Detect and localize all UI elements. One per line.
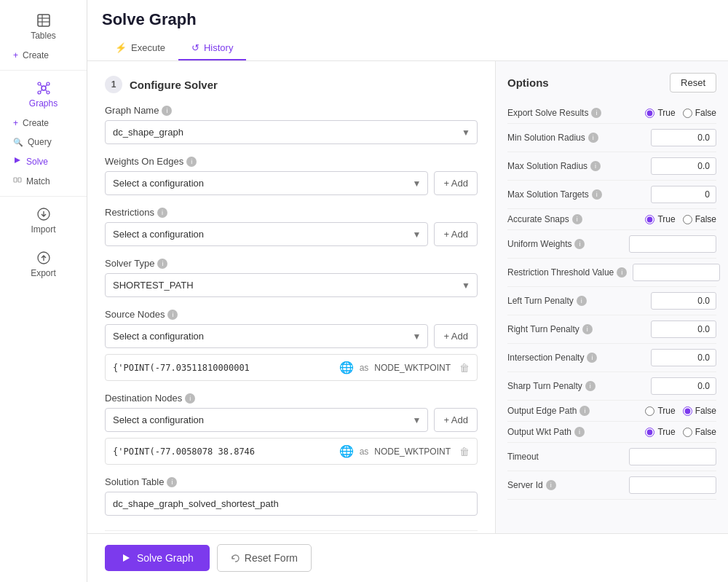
uniform-weights-label: Uniform Weights i	[507, 239, 585, 249]
timeout-input[interactable]	[629, 448, 716, 465]
sidebar-item-graphs-create[interactable]: + Create	[9, 114, 78, 132]
source-nodes-select[interactable]: Select a configuration	[105, 324, 428, 348]
output-wkt-path-label: Output Wkt Path i	[507, 427, 585, 437]
sidebar-item-import[interactable]: Import	[0, 200, 87, 240]
accurate-snaps-true-label[interactable]: True	[645, 214, 675, 224]
output-wkt-path-true-label[interactable]: True	[645, 427, 675, 437]
graph-icon	[36, 81, 51, 95]
intersection-penalty-input[interactable]	[651, 349, 716, 366]
output-wkt-path-false-radio[interactable]	[683, 428, 692, 437]
weights-edges-label: Weights On Edges i	[105, 156, 478, 167]
destination-nodes-group: Destination Nodes i Select a configurati…	[105, 393, 478, 465]
output-edge-path-false-label[interactable]: False	[683, 406, 716, 416]
uniform-weights-input[interactable]	[629, 235, 716, 253]
option-export-solve-results: Export Solve Results i True False	[507, 103, 716, 124]
reset-form-button[interactable]: Reset Form	[217, 544, 312, 572]
min-radius-info-icon[interactable]: i	[588, 133, 598, 143]
export-solve-false-radio[interactable]	[683, 109, 692, 118]
left-turn-info-icon[interactable]: i	[577, 296, 587, 306]
max-solution-targets-input[interactable]	[651, 186, 716, 203]
source-node-delete-icon[interactable]: 🗑	[459, 362, 470, 374]
match-icon	[13, 176, 22, 186]
output-edge-path-true-label[interactable]: True	[645, 406, 675, 416]
destination-node-globe-icon[interactable]: 🌐	[339, 444, 354, 458]
tab-execute[interactable]: ⚡ Execute	[102, 36, 178, 60]
output-wkt-path-false-label[interactable]: False	[683, 427, 716, 437]
export-solve-radios: True False	[645, 108, 716, 118]
source-node-value: {'POINT(-77.03511810000001	[113, 363, 333, 373]
right-turn-info-icon[interactable]: i	[582, 324, 593, 334]
max-radius-info-icon[interactable]: i	[590, 161, 601, 171]
restriction-threshold-input[interactable]	[633, 264, 720, 281]
right-turn-penalty-input[interactable]	[651, 321, 716, 338]
output-wkt-path-true-radio[interactable]	[645, 428, 654, 437]
svg-line-10	[45, 84, 47, 86]
solver-type-select-wrapper: SHORTEST_PATH ▼	[105, 273, 478, 297]
restrictions-info-icon[interactable]: i	[157, 208, 167, 218]
sidebar-item-graphs-query[interactable]: 🔍 Query	[9, 133, 78, 151]
sidebar-item-graphs-match[interactable]: Match	[9, 172, 78, 190]
weights-edges-select[interactable]: Select a configuration	[105, 171, 428, 195]
source-nodes-add-button[interactable]: + Add	[434, 324, 478, 348]
max-solution-radius-input[interactable]	[651, 157, 716, 175]
restrictions-label: Restrictions i	[105, 207, 478, 218]
export-solve-true-label[interactable]: True	[645, 108, 675, 118]
weights-add-button[interactable]: + Add	[434, 171, 478, 195]
footer: Solve Graph Reset Form	[87, 533, 728, 582]
sidebar-item-export[interactable]: Export	[0, 243, 87, 284]
uniform-weights-info-icon[interactable]: i	[574, 239, 585, 249]
destination-nodes-info-icon[interactable]: i	[185, 393, 195, 404]
accurate-snaps-info-icon[interactable]: i	[572, 214, 582, 224]
solution-table-info-icon[interactable]: i	[167, 477, 177, 487]
source-node-globe-icon[interactable]: 🌐	[339, 361, 354, 374]
output-wkt-path-info-icon[interactable]: i	[574, 427, 585, 437]
page-header: Solve Graph ⚡ Execute ↺ History	[87, 0, 728, 61]
min-solution-radius-input[interactable]	[651, 129, 716, 146]
destination-nodes-select-wrapper: Select a configuration ▼	[105, 408, 428, 432]
destination-node-delete-icon[interactable]: 🗑	[459, 446, 470, 457]
server-id-input[interactable]	[629, 476, 716, 494]
solve-btn-icon	[121, 553, 131, 563]
restriction-threshold-info-icon[interactable]: i	[617, 267, 627, 278]
left-turn-penalty-input[interactable]	[651, 292, 716, 310]
export-solve-false-label[interactable]: False	[683, 108, 716, 118]
max-targets-info-icon[interactable]: i	[592, 189, 602, 200]
weights-info-icon[interactable]: i	[186, 157, 197, 167]
solver-type-info-icon[interactable]: i	[157, 259, 167, 269]
graph-name-info-icon[interactable]: i	[162, 106, 172, 116]
source-node-type: NODE_WKTPOINT	[374, 363, 451, 373]
server-id-info-icon[interactable]: i	[546, 480, 556, 490]
output-edge-path-false-radio[interactable]	[683, 406, 692, 416]
import-icon	[36, 207, 51, 221]
accurate-snaps-false-radio[interactable]	[683, 215, 692, 224]
sharp-turn-penalty-input[interactable]	[651, 377, 716, 395]
sidebar-item-graphs-solve[interactable]: Solve	[9, 152, 78, 170]
sidebar-item-tables-create[interactable]: + Create	[9, 47, 78, 64]
accurate-snaps-false-label[interactable]: False	[683, 214, 716, 224]
sidebar-item-tables[interactable]: Tables	[0, 6, 87, 47]
restrictions-select[interactable]: Select a configuration	[105, 222, 428, 246]
export-solve-info-icon[interactable]: i	[591, 108, 601, 118]
execute-icon: ⚡	[115, 42, 127, 53]
solver-type-label: Solver Type i	[105, 258, 478, 269]
export-solve-true-radio[interactable]	[645, 109, 654, 118]
options-reset-button[interactable]: Reset	[670, 73, 716, 93]
sidebar-item-graphs[interactable]: Graphs	[0, 74, 87, 114]
output-edge-path-info-icon[interactable]: i	[579, 406, 590, 416]
solve-graph-button[interactable]: Solve Graph	[105, 545, 210, 571]
output-edge-path-true-radio[interactable]	[645, 406, 654, 416]
tab-history[interactable]: ↺ History	[178, 36, 246, 60]
destination-nodes-add-button[interactable]: + Add	[434, 408, 478, 432]
sharp-turn-info-icon[interactable]: i	[585, 381, 596, 391]
restrictions-add-button[interactable]: + Add	[434, 222, 478, 246]
source-nodes-info-icon[interactable]: i	[167, 310, 178, 320]
accurate-snaps-true-radio[interactable]	[645, 215, 654, 224]
destination-nodes-select[interactable]: Select a configuration	[105, 408, 428, 432]
solution-table-input[interactable]	[105, 492, 478, 516]
intersection-penalty-info-icon[interactable]: i	[587, 353, 597, 363]
option-timeout: Timeout	[507, 443, 716, 471]
option-server-id: Server Id i	[507, 471, 716, 500]
solver-type-select[interactable]: SHORTEST_PATH	[105, 273, 478, 297]
svg-line-9	[40, 84, 41, 86]
graph-name-select[interactable]: dc_shape_graph	[105, 120, 478, 144]
